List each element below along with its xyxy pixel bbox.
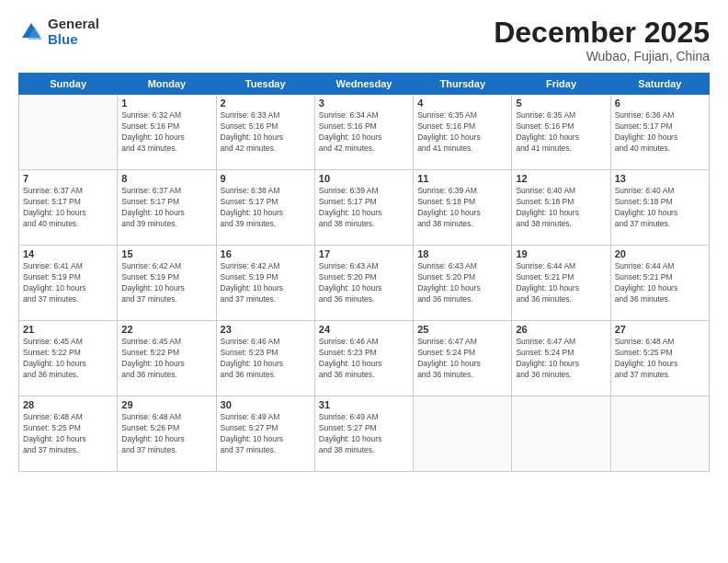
calendar-cell: 1Sunrise: 6:32 AM Sunset: 5:16 PM Daylig… xyxy=(118,95,216,170)
weekday-header: Thursday xyxy=(414,74,512,95)
day-info: Sunrise: 6:42 AM Sunset: 5:19 PM Dayligh… xyxy=(221,261,311,305)
logo-general: General xyxy=(48,17,99,32)
day-number: 28 xyxy=(23,399,113,410)
day-info: Sunrise: 6:37 AM Sunset: 5:17 PM Dayligh… xyxy=(121,186,211,230)
day-number: 29 xyxy=(121,399,211,410)
calendar-cell: 9Sunrise: 6:38 AM Sunset: 5:17 PM Daylig… xyxy=(216,170,314,246)
calendar-cell: 29Sunrise: 6:48 AM Sunset: 5:26 PM Dayli… xyxy=(118,396,216,472)
day-info: Sunrise: 6:40 AM Sunset: 5:18 PM Dayligh… xyxy=(516,186,606,230)
calendar-cell: 4Sunrise: 6:35 AM Sunset: 5:16 PM Daylig… xyxy=(414,95,512,170)
day-number: 3 xyxy=(319,98,409,109)
logo-icon xyxy=(18,19,44,45)
day-info: Sunrise: 6:39 AM Sunset: 5:18 PM Dayligh… xyxy=(417,186,507,230)
day-number: 4 xyxy=(417,98,507,109)
day-number: 1 xyxy=(121,98,211,109)
weekday-header: Friday xyxy=(512,74,610,95)
day-info: Sunrise: 6:44 AM Sunset: 5:21 PM Dayligh… xyxy=(615,261,705,305)
day-info: Sunrise: 6:35 AM Sunset: 5:16 PM Dayligh… xyxy=(516,110,606,155)
logo: General Blue xyxy=(18,17,99,47)
calendar-cell xyxy=(512,396,610,472)
calendar-cell: 23Sunrise: 6:46 AM Sunset: 5:23 PM Dayli… xyxy=(216,321,314,396)
calendar-cell: 27Sunrise: 6:48 AM Sunset: 5:25 PM Dayli… xyxy=(610,321,709,396)
calendar-cell: 19Sunrise: 6:44 AM Sunset: 5:21 PM Dayli… xyxy=(512,246,610,321)
calendar-cell: 26Sunrise: 6:47 AM Sunset: 5:24 PM Dayli… xyxy=(512,321,610,396)
day-number: 18 xyxy=(417,248,507,259)
weekday-header-row: SundayMondayTuesdayWednesdayThursdayFrid… xyxy=(19,74,710,95)
calendar-cell: 22Sunrise: 6:45 AM Sunset: 5:22 PM Dayli… xyxy=(118,321,216,396)
day-info: Sunrise: 6:49 AM Sunset: 5:27 PM Dayligh… xyxy=(221,412,311,456)
calendar-cell: 12Sunrise: 6:40 AM Sunset: 5:18 PM Dayli… xyxy=(512,170,610,246)
day-number: 21 xyxy=(23,324,113,335)
calendar-cell: 3Sunrise: 6:34 AM Sunset: 5:16 PM Daylig… xyxy=(314,95,413,170)
calendar-cell: 6Sunrise: 6:36 AM Sunset: 5:17 PM Daylig… xyxy=(610,95,709,170)
day-info: Sunrise: 6:48 AM Sunset: 5:25 PM Dayligh… xyxy=(23,412,113,456)
day-info: Sunrise: 6:40 AM Sunset: 5:18 PM Dayligh… xyxy=(615,186,705,230)
calendar-cell: 24Sunrise: 6:46 AM Sunset: 5:23 PM Dayli… xyxy=(314,321,413,396)
day-number: 10 xyxy=(319,173,409,184)
calendar-cell: 11Sunrise: 6:39 AM Sunset: 5:18 PM Dayli… xyxy=(414,170,512,246)
day-info: Sunrise: 6:35 AM Sunset: 5:16 PM Dayligh… xyxy=(417,110,507,155)
day-info: Sunrise: 6:37 AM Sunset: 5:17 PM Dayligh… xyxy=(23,186,113,230)
day-number: 8 xyxy=(121,173,211,184)
day-number: 16 xyxy=(221,248,311,259)
day-number: 22 xyxy=(121,324,211,335)
day-number: 24 xyxy=(319,324,409,335)
day-number: 14 xyxy=(23,248,113,259)
day-info: Sunrise: 6:32 AM Sunset: 5:16 PM Dayligh… xyxy=(121,110,211,155)
day-number: 27 xyxy=(615,324,705,335)
calendar-cell: 28Sunrise: 6:48 AM Sunset: 5:25 PM Dayli… xyxy=(19,396,118,472)
day-info: Sunrise: 6:43 AM Sunset: 5:20 PM Dayligh… xyxy=(319,261,409,305)
weekday-header: Sunday xyxy=(19,74,118,95)
day-number: 5 xyxy=(516,98,606,109)
logo-blue: Blue xyxy=(48,32,99,48)
calendar-cell: 25Sunrise: 6:47 AM Sunset: 5:24 PM Dayli… xyxy=(414,321,512,396)
calendar-cell: 21Sunrise: 6:45 AM Sunset: 5:22 PM Dayli… xyxy=(19,321,118,396)
day-info: Sunrise: 6:44 AM Sunset: 5:21 PM Dayligh… xyxy=(516,261,606,305)
title-block: December 2025 Wubao, Fujian, China xyxy=(494,17,710,63)
day-number: 13 xyxy=(615,173,705,184)
calendar-header: SundayMondayTuesdayWednesdayThursdayFrid… xyxy=(19,74,710,95)
day-info: Sunrise: 6:48 AM Sunset: 5:25 PM Dayligh… xyxy=(615,337,705,381)
day-number: 9 xyxy=(221,173,311,184)
calendar-cell: 30Sunrise: 6:49 AM Sunset: 5:27 PM Dayli… xyxy=(216,396,314,472)
calendar-week-row: 28Sunrise: 6:48 AM Sunset: 5:25 PM Dayli… xyxy=(19,396,710,472)
calendar-cell: 16Sunrise: 6:42 AM Sunset: 5:19 PM Dayli… xyxy=(216,246,314,321)
day-info: Sunrise: 6:45 AM Sunset: 5:22 PM Dayligh… xyxy=(23,337,113,381)
calendar-cell: 13Sunrise: 6:40 AM Sunset: 5:18 PM Dayli… xyxy=(610,170,709,246)
day-info: Sunrise: 6:41 AM Sunset: 5:19 PM Dayligh… xyxy=(23,261,113,305)
weekday-header: Wednesday xyxy=(314,74,413,95)
weekday-header: Monday xyxy=(118,74,216,95)
day-number: 31 xyxy=(319,399,409,410)
day-number: 25 xyxy=(417,324,507,335)
calendar-page: General Blue December 2025 Wubao, Fujian… xyxy=(0,0,728,563)
day-info: Sunrise: 6:45 AM Sunset: 5:22 PM Dayligh… xyxy=(121,337,211,381)
day-number: 26 xyxy=(516,324,606,335)
calendar-week-row: 14Sunrise: 6:41 AM Sunset: 5:19 PM Dayli… xyxy=(19,246,710,321)
day-number: 30 xyxy=(221,399,311,410)
logo-text: General Blue xyxy=(48,17,99,47)
calendar-cell: 17Sunrise: 6:43 AM Sunset: 5:20 PM Dayli… xyxy=(314,246,413,321)
calendar-cell xyxy=(19,95,118,170)
day-info: Sunrise: 6:43 AM Sunset: 5:20 PM Dayligh… xyxy=(417,261,507,305)
day-info: Sunrise: 6:46 AM Sunset: 5:23 PM Dayligh… xyxy=(221,337,311,381)
calendar-cell: 15Sunrise: 6:42 AM Sunset: 5:19 PM Dayli… xyxy=(118,246,216,321)
calendar-cell: 14Sunrise: 6:41 AM Sunset: 5:19 PM Dayli… xyxy=(19,246,118,321)
day-info: Sunrise: 6:36 AM Sunset: 5:17 PM Dayligh… xyxy=(615,110,705,155)
month-title: December 2025 xyxy=(494,17,710,49)
day-info: Sunrise: 6:47 AM Sunset: 5:24 PM Dayligh… xyxy=(516,337,606,381)
day-info: Sunrise: 6:34 AM Sunset: 5:16 PM Dayligh… xyxy=(319,110,409,155)
day-number: 12 xyxy=(516,173,606,184)
day-number: 7 xyxy=(23,173,113,184)
calendar-cell: 2Sunrise: 6:33 AM Sunset: 5:16 PM Daylig… xyxy=(216,95,314,170)
calendar-week-row: 7Sunrise: 6:37 AM Sunset: 5:17 PM Daylig… xyxy=(19,170,710,246)
day-info: Sunrise: 6:47 AM Sunset: 5:24 PM Dayligh… xyxy=(417,337,507,381)
day-info: Sunrise: 6:46 AM Sunset: 5:23 PM Dayligh… xyxy=(319,337,409,381)
calendar-cell: 31Sunrise: 6:49 AM Sunset: 5:27 PM Dayli… xyxy=(314,396,413,472)
day-number: 20 xyxy=(615,248,705,259)
day-info: Sunrise: 6:42 AM Sunset: 5:19 PM Dayligh… xyxy=(121,261,211,305)
day-number: 17 xyxy=(319,248,409,259)
calendar-body: 1Sunrise: 6:32 AM Sunset: 5:16 PM Daylig… xyxy=(19,95,710,472)
header: General Blue December 2025 Wubao, Fujian… xyxy=(18,17,710,63)
day-info: Sunrise: 6:49 AM Sunset: 5:27 PM Dayligh… xyxy=(319,412,409,456)
day-info: Sunrise: 6:38 AM Sunset: 5:17 PM Dayligh… xyxy=(221,186,311,230)
